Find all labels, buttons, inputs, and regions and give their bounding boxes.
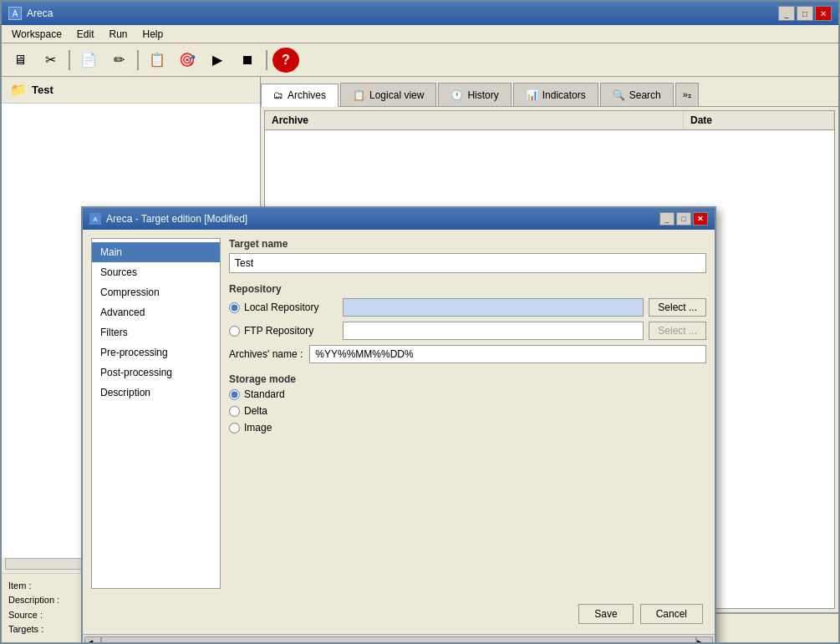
nav-pre-processing[interactable]: Pre-processing	[92, 342, 220, 363]
ftp-repo-radio-label[interactable]: FTP Repository	[229, 325, 338, 337]
storage-standard-label[interactable]: Standard	[229, 388, 706, 400]
new-button[interactable]: 📄	[75, 48, 102, 73]
form-area: Target name Repository Local Repository	[229, 238, 706, 589]
col-archive: Archive	[265, 111, 684, 129]
storage-delta-radio[interactable]	[229, 406, 240, 417]
modal-dialog: A Areca - Target edition [Modified] _ □ …	[81, 206, 716, 642]
modal-scrollbar-area: ◀ ▶	[83, 634, 715, 642]
left-panel-header: 📁 Test	[2, 77, 260, 104]
nav-description[interactable]: Description	[92, 383, 220, 403]
add-button[interactable]: 📋	[144, 48, 171, 73]
tabs-bar: 🗂 Archives 📋 Logical view 🕐 History 📊 In…	[261, 77, 838, 107]
tab-search[interactable]: 🔍 Search	[600, 83, 674, 106]
menu-bar: Workspace Edit Run Help	[2, 25, 838, 43]
modal-icon: A	[89, 213, 101, 225]
menu-workspace[interactable]: Workspace	[5, 27, 69, 42]
modal-title: Areca - Target edition [Modified]	[106, 213, 247, 225]
local-repo-radio[interactable]	[229, 302, 240, 313]
left-panel-title: Test	[32, 84, 53, 96]
nav-compression[interactable]: Compression	[92, 282, 220, 302]
tab-history[interactable]: 🕐 History	[438, 83, 511, 106]
local-repo-select-button[interactable]: Select ...	[649, 298, 706, 317]
storage-radio-group: Standard Delta Image	[229, 388, 706, 434]
target-button[interactable]: 🎯	[174, 48, 201, 73]
tab-archives[interactable]: 🗂 Archives	[261, 84, 339, 107]
tab-more[interactable]: »₂	[675, 83, 699, 106]
storage-mode-label: Storage mode	[229, 373, 706, 385]
storage-image-radio[interactable]	[229, 423, 240, 434]
folder-icon: 📁	[10, 82, 27, 98]
main-window: A Areca _ □ ✕ Workspace Edit Run Help 🖥 …	[0, 0, 840, 644]
local-repo-radio-label[interactable]: Local Repository	[229, 302, 338, 313]
minimize-button[interactable]: _	[778, 6, 795, 21]
tab-logical-view[interactable]: 📋 Logical view	[340, 83, 436, 106]
archives-name-label: Archives' name :	[229, 348, 303, 360]
modal-scrollbar[interactable]	[101, 636, 696, 643]
ftp-repo-select-button[interactable]: Select ...	[649, 322, 706, 340]
nav-main[interactable]: Main	[92, 242, 220, 262]
table-header: Archive Date	[265, 111, 834, 130]
logical-view-icon: 📋	[353, 89, 365, 101]
modal-title-left: A Areca - Target edition [Modified]	[89, 213, 247, 225]
cancel-button[interactable]: Cancel	[640, 604, 703, 624]
modal-minimize-button[interactable]: _	[659, 212, 675, 226]
close-button[interactable]: ✕	[815, 6, 832, 21]
title-bar-buttons: _ □ ✕	[778, 6, 832, 21]
history-icon: 🕐	[451, 89, 463, 101]
nav-list: Main Sources Compression Advanced Filter…	[91, 238, 221, 589]
toolbar: 🖥 ✂ 📄 ✏ 📋 🎯 ▶ ⏹ ?	[2, 43, 838, 77]
target-name-label: Target name	[229, 238, 706, 250]
archives-name-row: Archives' name :	[229, 345, 706, 363]
title-bar: A Areca _ □ ✕	[2, 2, 838, 25]
target-name-input[interactable]	[229, 253, 706, 273]
help-button[interactable]: ?	[272, 48, 299, 73]
menu-edit[interactable]: Edit	[70, 27, 101, 42]
menu-help[interactable]: Help	[136, 27, 171, 42]
app-icon: A	[8, 7, 22, 20]
scroll-right-btn[interactable]: ▶	[696, 636, 713, 643]
pencil-button[interactable]: ✏	[105, 48, 132, 73]
target-name-section: Target name	[229, 238, 706, 273]
scroll-left-btn[interactable]: ◀	[84, 636, 101, 643]
tab-indicators[interactable]: 📊 Indicators	[513, 83, 598, 106]
content-area: 📁 Test Item : Description : Source : Tar…	[2, 77, 838, 642]
modal-body: Main Sources Compression Advanced Filter…	[83, 230, 715, 597]
modal-title-bar: A Areca - Target edition [Modified] _ □ …	[83, 208, 715, 230]
maximize-button[interactable]: □	[797, 6, 813, 21]
save-button[interactable]: Save	[578, 604, 633, 624]
storage-mode-section: Storage mode Standard Delta	[229, 373, 706, 434]
app-title: Areca	[27, 8, 53, 19]
local-repo-input[interactable]	[343, 298, 644, 317]
modal-close-button[interactable]: ✕	[693, 212, 708, 226]
toolbar-sep-3	[266, 50, 267, 70]
workspace-button[interactable]: 🖥	[7, 48, 33, 73]
search-icon: 🔍	[613, 89, 625, 101]
scissors-button[interactable]: ✂	[37, 48, 64, 73]
archives-name-input[interactable]	[309, 345, 706, 363]
archives-icon: 🗂	[273, 89, 283, 101]
indicators-icon: 📊	[526, 89, 538, 101]
toolbar-sep-2	[137, 50, 139, 70]
repository-label: Repository	[229, 283, 706, 295]
nav-sources[interactable]: Sources	[92, 262, 220, 282]
repository-section: Repository Local Repository Select ...	[229, 283, 706, 363]
ftp-repo-row: FTP Repository Select ...	[229, 322, 706, 340]
stop-button[interactable]: ⏹	[234, 48, 261, 73]
ftp-repo-input[interactable]	[343, 322, 644, 340]
storage-delta-label[interactable]: Delta	[229, 405, 706, 417]
modal-maximize-button[interactable]: □	[676, 212, 691, 226]
storage-image-label[interactable]: Image	[229, 422, 706, 434]
title-bar-left: A Areca	[8, 7, 53, 20]
run-button[interactable]: ▶	[204, 48, 231, 73]
modal-footer: Save Cancel	[83, 597, 715, 634]
modal-title-buttons: _ □ ✕	[659, 212, 708, 226]
storage-standard-radio[interactable]	[229, 389, 240, 400]
local-repo-row: Local Repository Select ...	[229, 298, 706, 317]
nav-post-processing[interactable]: Post-processing	[92, 363, 220, 383]
toolbar-sep-1	[69, 50, 70, 70]
nav-filters[interactable]: Filters	[92, 322, 220, 342]
ftp-repo-radio[interactable]	[229, 326, 240, 337]
menu-run[interactable]: Run	[103, 27, 135, 42]
nav-advanced[interactable]: Advanced	[92, 302, 220, 322]
col-date: Date	[684, 111, 834, 129]
